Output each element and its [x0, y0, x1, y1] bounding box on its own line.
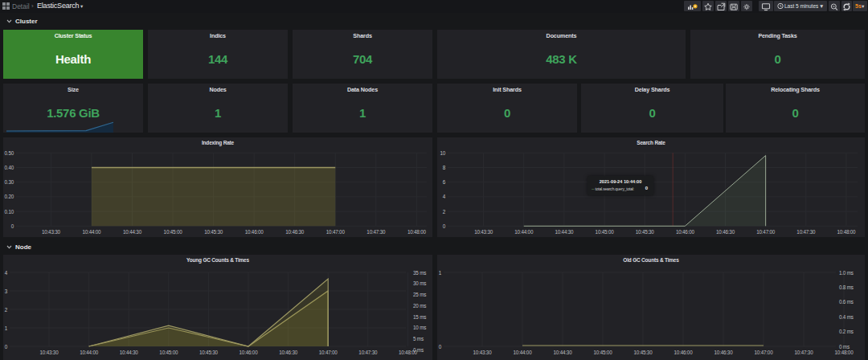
- svg-text:10:46:00: 10:46:00: [240, 350, 259, 355]
- svg-text:0.6 ms: 0.6 ms: [839, 299, 854, 305]
- svg-text:30 ms: 30 ms: [413, 280, 426, 286]
- svg-text:0.8 ms: 0.8 ms: [839, 284, 854, 290]
- svg-text:0: 0: [439, 344, 442, 350]
- svg-text:10:48:00: 10:48:00: [837, 229, 856, 235]
- svg-text:35 ms: 35 ms: [413, 270, 426, 276]
- svg-text:10 ms: 10 ms: [413, 325, 426, 330]
- svg-text:4: 4: [443, 194, 446, 199]
- svg-text:10:47:00: 10:47:00: [319, 350, 338, 355]
- svg-text:10:46:30: 10:46:30: [716, 229, 735, 235]
- svg-text:10:47:30: 10:47:30: [795, 350, 814, 355]
- svg-text:10:46:00: 10:46:00: [245, 229, 264, 235]
- svg-text:0.2 ms: 0.2 ms: [839, 329, 854, 334]
- svg-text:10:48:00: 10:48:00: [835, 350, 854, 355]
- svg-text:0.50: 0.50: [5, 150, 14, 156]
- svg-text:10:45:30: 10:45:30: [636, 229, 655, 235]
- svg-text:10:46:30: 10:46:30: [714, 350, 734, 355]
- svg-text:5 ms: 5 ms: [413, 336, 424, 342]
- svg-text:0.30: 0.30: [5, 179, 14, 185]
- svg-text:10:44:30: 10:44:30: [120, 350, 139, 355]
- svg-text:10:46:00: 10:46:00: [674, 350, 694, 355]
- svg-text:0.40: 0.40: [5, 165, 14, 170]
- svg-text:10:47:30: 10:47:30: [796, 229, 816, 235]
- svg-text:10:47:00: 10:47:00: [756, 229, 776, 235]
- svg-text:10:44:00: 10:44:00: [82, 229, 101, 235]
- svg-text:10:45:00: 10:45:00: [596, 229, 615, 235]
- svg-text:0.20: 0.20: [5, 194, 14, 199]
- svg-text:2: 2: [443, 209, 446, 215]
- svg-text:10:43:30: 10:43:30: [473, 350, 493, 355]
- svg-text:3: 3: [5, 288, 8, 294]
- svg-text:10:45:30: 10:45:30: [634, 350, 653, 355]
- svg-text:0.10: 0.10: [5, 209, 14, 215]
- svg-text:10:45:00: 10:45:00: [159, 350, 178, 355]
- svg-text:10:44:30: 10:44:30: [555, 229, 574, 235]
- svg-text:10:47:30: 10:47:30: [358, 350, 378, 355]
- svg-text:0: 0: [5, 344, 8, 350]
- svg-text:1.0 ms: 1.0 ms: [839, 270, 854, 276]
- svg-text:10:45:00: 10:45:00: [164, 229, 183, 235]
- svg-text:0.4 ms: 0.4 ms: [839, 314, 854, 320]
- svg-text:10:47:30: 10:47:30: [366, 229, 386, 235]
- svg-text:10:46:00: 10:46:00: [676, 229, 695, 235]
- svg-text:10:44:00: 10:44:00: [514, 229, 534, 235]
- svg-text:10: 10: [440, 150, 445, 156]
- svg-text:10:45:30: 10:45:30: [204, 229, 223, 235]
- svg-text:10:48:00: 10:48:00: [407, 229, 427, 235]
- svg-text:10:43:30: 10:43:30: [40, 350, 59, 355]
- svg-text:20 ms: 20 ms: [413, 303, 426, 309]
- svg-text:10:45:00: 10:45:00: [594, 350, 613, 355]
- svg-text:10:43:30: 10:43:30: [42, 229, 61, 235]
- svg-text:10:47:00: 10:47:00: [326, 229, 346, 235]
- svg-text:10:46:30: 10:46:30: [285, 229, 305, 235]
- svg-text:0 ms: 0 ms: [839, 344, 850, 350]
- svg-text:10:46:30: 10:46:30: [279, 350, 298, 355]
- svg-text:4: 4: [5, 270, 8, 276]
- svg-text:0 ms: 0 ms: [413, 347, 424, 353]
- svg-text:15 ms: 15 ms: [413, 314, 426, 320]
- svg-text:6: 6: [443, 179, 446, 185]
- svg-text:10:44:30: 10:44:30: [554, 350, 573, 355]
- svg-text:10:43:30: 10:43:30: [474, 229, 493, 235]
- svg-text:8: 8: [443, 165, 446, 170]
- svg-text:10:44:30: 10:44:30: [123, 229, 142, 235]
- svg-text:1: 1: [5, 325, 8, 331]
- svg-text:10:44:00: 10:44:00: [80, 350, 99, 355]
- svg-text:25 ms: 25 ms: [413, 292, 426, 297]
- svg-text:2: 2: [5, 307, 8, 313]
- svg-text:10:44:00: 10:44:00: [514, 350, 533, 355]
- svg-text:10:47:00: 10:47:00: [755, 350, 774, 355]
- svg-text:0: 0: [443, 223, 446, 229]
- svg-text:1: 1: [439, 270, 442, 276]
- svg-text:10:45:30: 10:45:30: [199, 350, 219, 355]
- svg-text:0: 0: [11, 223, 14, 229]
